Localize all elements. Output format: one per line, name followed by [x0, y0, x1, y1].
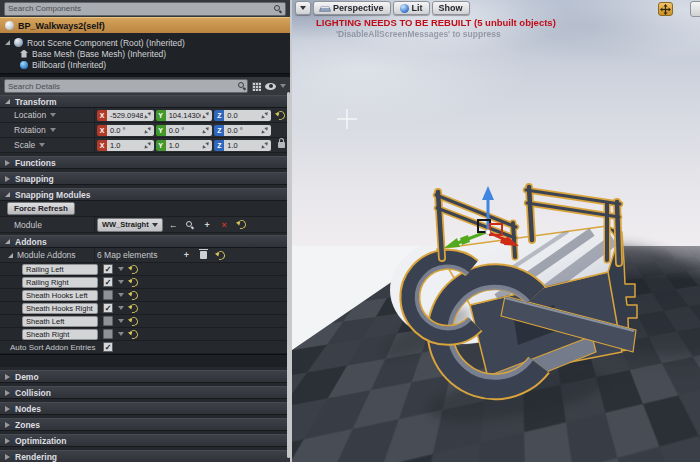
- tree-item-base-mesh[interactable]: Base Mesh (Base Mesh) (Inherited): [0, 48, 290, 59]
- addon-checkbox[interactable]: [103, 316, 113, 326]
- chevron-down-icon[interactable]: [118, 267, 124, 271]
- reset-to-default-icon[interactable]: [235, 220, 248, 229]
- component-row-selected[interactable]: BP_Walkways2(self): [0, 17, 290, 33]
- category-label: Snapping: [15, 174, 54, 184]
- chevron-down-icon[interactable]: [118, 332, 124, 336]
- reset-to-default-icon[interactable]: [214, 251, 227, 260]
- walkway-model[interactable]: [410, 187, 637, 394]
- addon-checkbox[interactable]: [103, 264, 113, 274]
- chevron-down-icon[interactable]: [118, 319, 124, 323]
- category-demo[interactable]: Demo: [0, 370, 290, 383]
- chevron-down-icon[interactable]: [118, 280, 124, 284]
- chevron-down-icon[interactable]: [118, 293, 124, 297]
- category-rendering[interactable]: Rendering: [0, 450, 290, 462]
- lit-button[interactable]: Lit: [393, 1, 430, 15]
- value-drag-icon[interactable]: [259, 109, 270, 120]
- category-zones[interactable]: Zones: [0, 418, 290, 431]
- scale-y-value[interactable]: 1.0: [169, 141, 202, 150]
- reset-to-default-icon[interactable]: [128, 276, 140, 288]
- viewport-options-button[interactable]: [295, 1, 311, 15]
- rotation-x-value[interactable]: 0.0 °: [110, 126, 143, 135]
- force-refresh-button[interactable]: Force Refresh: [7, 202, 75, 215]
- addon-checkbox[interactable]: [103, 329, 113, 339]
- details-search-input[interactable]: [4, 79, 248, 93]
- value-drag-icon[interactable]: [142, 124, 153, 135]
- addon-name-field[interactable]: Railing Right: [22, 277, 98, 288]
- rotation-z-field[interactable]: Z0.0 °: [214, 125, 271, 136]
- chevron-down-icon[interactable]: [280, 84, 286, 88]
- value-drag-icon[interactable]: [201, 139, 212, 150]
- category-snapping-modules[interactable]: Snapping Modules: [0, 188, 290, 201]
- category-nodes[interactable]: Nodes: [0, 402, 290, 415]
- addon-checkbox[interactable]: [103, 303, 113, 313]
- category-snapping[interactable]: Snapping: [0, 172, 290, 185]
- search-asset-icon[interactable]: [184, 221, 197, 229]
- category-addons[interactable]: Addons: [0, 235, 290, 248]
- browse-back-icon[interactable]: ←: [167, 220, 180, 230]
- category-optimization[interactable]: Optimization: [0, 434, 290, 447]
- location-z-field[interactable]: Z0.0: [214, 110, 271, 121]
- addon-checkbox[interactable]: [103, 290, 113, 300]
- viewport-3d[interactable]: Perspective Lit Show LIGHTING NEEDS TO B…: [292, 0, 700, 462]
- reset-to-default-icon[interactable]: [128, 315, 140, 327]
- value-drag-icon[interactable]: [201, 109, 212, 120]
- addon-checkbox[interactable]: [103, 277, 113, 287]
- addon-name-field[interactable]: Sheath Hooks Right: [22, 303, 98, 314]
- reset-to-default-icon[interactable]: [128, 328, 140, 340]
- reset-to-default-icon[interactable]: [128, 302, 140, 314]
- camera-speed-button[interactable]: [658, 2, 673, 16]
- rotation-z-value[interactable]: 0.0 °: [227, 126, 260, 135]
- chevron-expanded-icon[interactable]: [8, 253, 13, 258]
- scale-y-field[interactable]: Y1.0: [156, 140, 213, 151]
- maximize-viewport-button[interactable]: [690, 1, 700, 17]
- clear-icon[interactable]: ×: [218, 220, 231, 230]
- reset-to-default-icon[interactable]: [274, 109, 286, 121]
- location-x-value[interactable]: -529.09484: [110, 111, 143, 120]
- category-collision[interactable]: Collision: [0, 386, 290, 399]
- chevron-expanded-icon[interactable]: [5, 40, 10, 45]
- value-drag-icon[interactable]: [142, 109, 153, 120]
- property-matrix-icon[interactable]: [252, 82, 261, 91]
- addon-name-field[interactable]: Sheath Right: [22, 329, 98, 340]
- value-drag-icon[interactable]: [259, 139, 270, 150]
- add-element-icon[interactable]: +: [180, 250, 193, 260]
- reset-to-default-icon[interactable]: [128, 263, 140, 275]
- addon-name-field[interactable]: Railing Left: [22, 264, 98, 275]
- viewport-3d-scene[interactable]: [292, 0, 700, 462]
- category-transform[interactable]: Transform: [0, 95, 290, 108]
- module-dropdown[interactable]: WW_Straight: [97, 218, 163, 232]
- tree-item-root-scene-component[interactable]: Root Scene Component (Root) (Inherited): [0, 37, 290, 48]
- rotation-x-field[interactable]: X0.0 °: [97, 125, 154, 136]
- location-x-field[interactable]: X-529.09484: [97, 110, 154, 121]
- add-icon[interactable]: +: [201, 220, 214, 230]
- chevron-down-icon[interactable]: [39, 143, 45, 147]
- trash-icon[interactable]: [197, 251, 210, 259]
- eye-icon[interactable]: [265, 83, 276, 90]
- chevron-down-icon[interactable]: [118, 306, 124, 310]
- chevron-down-icon[interactable]: [50, 128, 56, 132]
- location-z-value[interactable]: 0.0: [227, 111, 260, 120]
- scale-x-value[interactable]: 1.0: [110, 141, 143, 150]
- value-drag-icon[interactable]: [259, 124, 270, 135]
- addon-name-field[interactable]: Sheath Left: [22, 316, 98, 327]
- components-search-input[interactable]: [4, 2, 286, 16]
- category-functions[interactable]: Functions: [0, 156, 290, 169]
- scale-z-value[interactable]: 1.0: [227, 141, 260, 150]
- rotation-y-value[interactable]: 0.0 °: [169, 126, 202, 135]
- chevron-down-icon[interactable]: [50, 113, 56, 117]
- auto-sort-checkbox[interactable]: [103, 342, 113, 352]
- scale-x-field[interactable]: X1.0: [97, 140, 154, 151]
- tree-item-billboard[interactable]: Billboard (Inherited): [0, 59, 290, 70]
- value-drag-icon[interactable]: [201, 124, 212, 135]
- lock-icon[interactable]: [278, 142, 285, 148]
- reset-to-default-icon[interactable]: [128, 289, 140, 301]
- location-y-value[interactable]: 104.143066: [169, 111, 202, 120]
- value-drag-icon[interactable]: [142, 139, 153, 150]
- scale-z-field[interactable]: Z1.0: [214, 140, 271, 151]
- rotation-y-field[interactable]: Y0.0 °: [156, 125, 213, 136]
- addon-name-field[interactable]: Sheath Hooks Left: [22, 290, 98, 301]
- perspective-button[interactable]: Perspective: [313, 1, 391, 15]
- location-y-field[interactable]: Y104.143066: [156, 110, 213, 121]
- gizmo-center[interactable]: [486, 230, 491, 235]
- show-button[interactable]: Show: [432, 1, 470, 15]
